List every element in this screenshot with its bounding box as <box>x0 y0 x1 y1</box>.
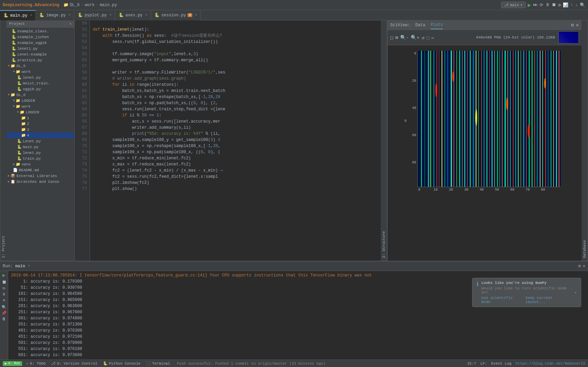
tree-item-example-jichen[interactable]: 🐍example_jichen <box>6 34 74 40</box>
edit-icon[interactable]: ✏ <box>432 35 434 41</box>
close-panel-icon[interactable]: ✕ <box>583 264 585 269</box>
tree-item-logdir-work[interactable]: ▼📁LOGDIR <box>6 109 74 115</box>
notification-content: Looks like you're using NumPy Would you … <box>481 281 572 304</box>
status-tab-terminal[interactable]: ⬛ Terminal <box>145 361 171 366</box>
run-panel-filter-icon[interactable]: 🔍 <box>2 305 6 309</box>
csdn-url[interactable]: https://blog.csdn.net/NGUever15 <box>515 362 585 366</box>
tab-pyplot-py[interactable]: 🐍 pyplot.py × <box>74 10 115 20</box>
code-editor[interactable]: 5051525354 5556575859 6061626364 6566676… <box>75 20 381 261</box>
close-sciview-icon[interactable]: ✕ <box>576 22 579 28</box>
stop-icon[interactable]: ⏹ <box>552 2 556 7</box>
bottom-panel: Run: main × ⚙ ✕ ▶ ⏹ ⟳ ⏸ ⚙ 🔍 📌 🗑 ✕ 2019-0… <box>0 261 588 360</box>
tree-item-lenet-py-dl5[interactable]: 🐍lenet.py <box>6 75 74 80</box>
search-everywhere-icon[interactable]: 🔍 <box>580 2 585 8</box>
list-view-icon[interactable]: ⊞ <box>395 35 398 41</box>
tree-item-vgg16[interactable]: 🐍vgg16.py <box>6 86 74 92</box>
status-tab-todo[interactable]: ✓ 6: TODO <box>25 361 47 366</box>
svg-text:10: 10 <box>434 188 438 192</box>
gear-icon-panel[interactable]: ⚙ <box>578 264 581 269</box>
tree-item-work-dl6[interactable]: ▼📁work <box>6 103 74 109</box>
run-button[interactable]: ▶ <box>528 2 531 9</box>
tree-item-train-py[interactable]: 🐍train.py <box>6 156 74 161</box>
zoom-in-icon[interactable]: 🔍+ <box>411 35 419 41</box>
console-line-tensorflow: 2019-06-14 17:13:00.785914: I tensorflow… <box>11 272 469 278</box>
py-file-icon: 🐍 <box>12 29 16 33</box>
reload-icon[interactable]: ⟳ <box>540 2 543 8</box>
svg-rect-41 <box>492 51 493 187</box>
tree-item-folder-2[interactable]: 📁2 <box>6 121 74 127</box>
notification-close-icon[interactable]: ▾ <box>574 290 577 295</box>
tree-item-readme[interactable]: 📄README.md <box>6 167 74 173</box>
sciview-toolbar: ▢ ⊞ 🔍- 🔍+ ↺ ⬚ ✏ 640x480 PNG (24-bit colo… <box>388 30 582 45</box>
tree-item-venv[interactable]: ▶📁venv <box>6 161 74 167</box>
run-panel-pin-icon[interactable]: 📌 <box>2 311 6 315</box>
tree-item-folder-1[interactable]: 📁1 <box>6 115 74 121</box>
rotate-icon[interactable]: ↺ <box>422 35 424 41</box>
run-panel-pause-icon[interactable]: ⏸ <box>2 292 6 297</box>
sidebar-toggle-icon[interactable]: ⚙ <box>70 22 72 26</box>
close-tab-session-py[interactable]: × <box>195 13 197 17</box>
run-panel-run-icon[interactable]: ▶ <box>2 272 5 278</box>
breadcrumb: 📁 DL_6 › work › main.py <box>63 2 117 7</box>
tree-item-folder-3[interactable]: 📁3 <box>6 127 74 132</box>
tree-label: DL_6 <box>16 93 25 97</box>
branch-selector[interactable]: ⎇ main ▾ <box>501 2 526 8</box>
event-log-label[interactable]: Event Log <box>491 362 511 366</box>
settings-icon[interactable]: ⚙ <box>558 2 561 8</box>
close-tab-main-py[interactable]: × <box>30 14 32 17</box>
run-panel-rerun-icon[interactable]: ⟳ <box>2 286 5 291</box>
sciview-tab-data[interactable]: Data <box>416 21 425 29</box>
run-panel-stop-icon[interactable]: ⏹ <box>2 280 6 285</box>
settings-icon-sciview[interactable]: ⚙ <box>571 22 574 28</box>
tab-main-py[interactable]: 🐍 main.py × <box>0 10 36 20</box>
app-logo: DeepLearning.Advanceing <box>3 3 59 7</box>
status-run-button[interactable]: ▶ 4: Run <box>3 361 22 366</box>
status-tab-python-console[interactable]: 🐍 Python Console <box>102 361 142 366</box>
chart-icon[interactable]: 📊 <box>563 2 568 8</box>
sciview-tab-plots[interactable]: Plots <box>431 21 443 29</box>
tree-item-lenet-py2[interactable]: 🐍lenet.py <box>6 150 74 156</box>
keep-layout-link[interactable]: Keep current layout... <box>525 296 572 304</box>
tree-item-example-vgg16[interactable]: 🐍example_vgg16 <box>6 40 74 46</box>
tree-item-folder-4[interactable]: 📁4 <box>6 132 74 138</box>
tree-item-main-py[interactable]: 🐍main.py <box>6 144 74 150</box>
run-panel-settings-icon[interactable]: ⚙ <box>3 298 5 302</box>
run-panel-close-icon[interactable]: ✕ <box>2 352 5 358</box>
tab-axes-py[interactable]: 🐍 axes.py × <box>115 10 151 20</box>
tree-item-logdir[interactable]: ▼📁LOGDIR <box>6 98 74 103</box>
close-tab-axes-py[interactable]: × <box>145 13 147 17</box>
database-panel-tab[interactable]: Database <box>582 20 588 261</box>
grid-view-icon[interactable]: ▢ <box>390 35 393 41</box>
vcs-icon[interactable]: ↑ <box>570 2 573 7</box>
tree-item-external-libs[interactable]: ▶📦External Libraries <box>6 173 74 179</box>
tree-item-mnist[interactable]: 🐍mnist_train. <box>6 80 74 86</box>
code-text[interactable]: def train_lenet(lenet): with tf.Session(… <box>90 20 381 261</box>
structure-panel-tab[interactable]: 2: Structure <box>381 20 387 261</box>
run-panel-clear-icon[interactable]: 🗑 <box>2 317 6 321</box>
close-tab-pyplot-py[interactable]: × <box>109 13 111 17</box>
vcs-update-icon[interactable]: ↓ <box>575 2 578 7</box>
tree-item-lenet-example[interactable]: 🐍Lenet-example <box>6 51 74 57</box>
tree-item-work-dl5[interactable]: ▼📁work <box>6 69 74 75</box>
top-bar: DeepLearning.Advanceing 📁 DL_6 › work › … <box>0 0 588 10</box>
tree-item-dl5[interactable]: ▼📁DL_5 <box>6 63 74 69</box>
tree-item-lenet-py[interactable]: 🐍Lenet.py <box>6 138 74 144</box>
tree-label: work <box>21 105 30 109</box>
project-panel-tab[interactable]: 1: Project <box>0 20 6 261</box>
tree-item-lenet1[interactable]: 🐍lenet1.py <box>6 46 74 51</box>
pause-icon[interactable]: ⏸ <box>545 2 550 7</box>
close-tab-image-py[interactable]: × <box>69 13 71 17</box>
status-tab-version-control[interactable]: ⎇ 9: Version Control <box>50 361 99 366</box>
tree-item-practice[interactable]: 🐍practice.py <box>6 57 74 63</box>
svg-text:0: 0 <box>418 188 420 192</box>
scientific-mode-link[interactable]: Use scientific mode <box>481 296 521 304</box>
tab-image-py[interactable]: 🐍 image.py × <box>36 10 74 20</box>
close-run-tab[interactable]: × <box>28 264 30 268</box>
fast-forward-icon[interactable]: ⏭ <box>533 2 538 7</box>
tree-item-example-class[interactable]: 🐍example_class. <box>6 28 74 34</box>
crop-icon[interactable]: ⬚ <box>426 35 429 41</box>
tree-item-dl6[interactable]: ▼📁DL_6 <box>6 92 74 98</box>
zoom-out-icon[interactable]: 🔍- <box>400 35 409 41</box>
tab-session-py[interactable]: 🐍 session.py 8 × <box>151 10 201 20</box>
tree-item-scratches[interactable]: ▶📋Scratches and Conso <box>6 179 74 185</box>
